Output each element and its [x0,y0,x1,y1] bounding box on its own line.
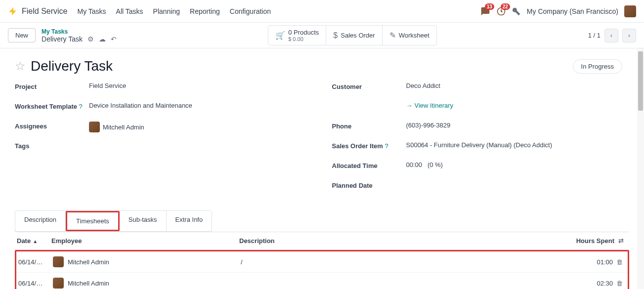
nav-planning[interactable]: Planning [153,7,180,15]
help-icon[interactable]: ? [79,103,83,110]
worksheet-label: Worksheet [399,32,429,40]
field-worksheet-template: Worksheet Template ? Device Installation… [15,102,312,115]
customer-label: Customer [332,82,406,90]
th-description[interactable]: Description [239,237,560,245]
pager-text: 1 / 1 [588,32,601,39]
right-col: Customer Deco Addict →View Itinerary Pho… [332,82,630,201]
pager-next[interactable]: › [622,29,636,42]
cell-hours[interactable]: 01:00 [558,258,613,266]
customer-value[interactable]: Deco Addict [406,82,630,89]
table-row[interactable]: 06/14/… Mitchell Admin / 01:00 🗑 [16,251,628,273]
products-amount: $ 0.00 [288,36,319,42]
cell-employee[interactable]: Mitchell Admin [53,256,241,267]
project-label: Project [15,82,89,90]
products-label: 0 Products [288,29,319,37]
delete-row-icon[interactable]: 🗑 [613,280,626,287]
soitem-label: Sales Order Item ? [332,141,406,150]
control-bar: New My Tasks Delivery Task ⚙ ☁ ↶ 🛒 0 Pro… [0,23,644,48]
sales-order-button[interactable]: $ Sales Order [326,26,382,45]
table-header: Date▲ Employee Description Hours Spent ⇄ [15,232,629,250]
employee-avatar [53,256,64,267]
field-sales-order-item: Sales Order Item ? S00064 - Furniture De… [332,141,630,154]
wtpl-value[interactable]: Device Installation and Maintenance [89,102,312,109]
cell-date[interactable]: 06/14/… [18,280,53,287]
clock-badge: 22 [501,3,510,10]
field-project: Project Field Service [15,82,312,95]
arrow-right-icon: → [406,102,413,109]
scrollbar-thumb[interactable] [638,51,643,111]
undo-icon[interactable]: ↶ [111,35,117,43]
dollar-icon: $ [333,31,338,40]
field-phone: Phone (603)-996-3829 [332,122,630,134]
th-hours[interactable]: Hours Spent [560,237,614,245]
field-customer: Customer Deco Addict [332,82,630,95]
th-date[interactable]: Date▲ [17,237,51,245]
chat-badge: 13 [485,3,494,10]
assignee-chip[interactable]: Mitchell Admin [89,122,312,132]
tab-timesheets[interactable]: Timesheets [66,211,120,231]
phone-label: Phone [332,122,406,130]
field-itinerary: →View Itinerary [332,102,630,115]
help-icon[interactable]: ? [385,142,388,150]
tab-extra-info[interactable]: Extra Info [167,211,212,231]
nav-all-tasks[interactable]: All Tasks [116,7,143,15]
cell-employee[interactable]: Mitchell Admin [53,278,241,289]
clock-icon[interactable]: 22 [496,6,506,16]
products-button[interactable]: 🛒 0 Products $ 0.00 [268,26,326,45]
topnav-right: 13 22 My Company (San Francisco) [480,5,636,17]
breadcrumb: My Tasks Delivery Task ⚙ ☁ ↶ [42,28,117,43]
breadcrumb-parent[interactable]: My Tasks [42,28,117,35]
tabs: Description Timesheets Sub-tasks Extra I… [15,210,212,232]
field-tags: Tags [15,141,312,154]
cell-description[interactable]: / [241,258,558,266]
left-col: Project Field Service Worksheet Template… [15,82,312,201]
alloc-value[interactable]: 00:00 (0 %) [406,161,630,168]
nav-configuration[interactable]: Configuration [230,7,271,15]
pencil-icon: ✎ [389,31,396,40]
app-icon [8,6,18,16]
wrench-icon[interactable] [512,7,521,16]
user-avatar[interactable] [624,5,636,17]
assignee-avatar [89,122,100,132]
gear-icon[interactable]: ⚙ [87,35,94,43]
new-button[interactable]: New [8,28,36,42]
field-planned-date: Planned Date [332,181,630,194]
pager: 1 / 1 ‹ › [588,29,636,42]
company-name[interactable]: My Company (San Francisco) [527,7,618,15]
cell-date[interactable]: 06/14/… [18,258,53,266]
nav-my-tasks[interactable]: My Tasks [77,7,106,15]
title-row: ☆ Delivery Task In Progress [15,58,629,74]
app-name[interactable]: Field Service [22,7,67,16]
cart-icon: 🛒 [275,31,285,40]
soitem-value[interactable]: S00064 - Furniture Delivery (Manual) (De… [406,141,630,149]
table-row[interactable]: 06/14/… Mitchell Admin 02:30 🗑 [16,273,628,289]
alloc-label: Allocated Time [332,161,406,169]
breadcrumb-current: Delivery Task [42,35,83,43]
tab-description[interactable]: Description [15,211,66,231]
tags-label: Tags [15,141,89,150]
star-icon[interactable]: ☆ [15,59,26,73]
delete-row-icon[interactable]: 🗑 [613,258,626,266]
worksheet-button[interactable]: ✎ Worksheet [383,26,436,45]
cloud-icon[interactable]: ☁ [99,35,106,43]
nav-reporting[interactable]: Reporting [190,7,220,15]
top-nav: Field Service My Tasks All Tasks Plannin… [0,0,644,23]
task-title[interactable]: Delivery Task [31,58,113,74]
field-allocated-time: Allocated Time 00:00 (0 %) [332,161,630,174]
th-toggle-icon[interactable]: ⇄ [614,237,627,245]
field-assignees: Assignees Mitchell Admin [15,122,312,134]
phone-value[interactable]: (603)-996-3829 [406,122,630,129]
sort-asc-icon: ▲ [33,239,38,244]
timesheet-table: Date▲ Employee Description Hours Spent ⇄… [15,232,629,289]
chat-icon[interactable]: 13 [480,6,490,16]
highlighted-rows: 06/14/… Mitchell Admin / 01:00 🗑 06/14/…… [15,250,629,289]
project-value[interactable]: Field Service [89,82,312,89]
th-employee[interactable]: Employee [51,237,239,245]
pager-prev[interactable]: ‹ [604,29,618,42]
tab-subtasks[interactable]: Sub-tasks [120,211,167,231]
sales-order-label: Sales Order [341,32,375,40]
cell-hours[interactable]: 02:30 [558,280,613,287]
view-itinerary-link[interactable]: →View Itinerary [406,102,630,109]
status-button[interactable]: In Progress [573,59,622,74]
scrollbar[interactable] [637,48,644,289]
